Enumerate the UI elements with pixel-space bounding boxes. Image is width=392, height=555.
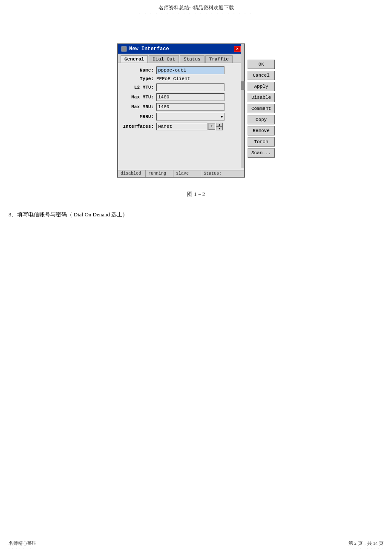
name-row: Name: [122, 66, 240, 74]
tab-dial-out[interactable]: Dial Out [149, 55, 179, 63]
interfaces-label: Interfaces: [122, 124, 156, 129]
interfaces-down-button[interactable]: ▼ [216, 127, 223, 130]
name-input[interactable] [156, 66, 225, 74]
max-mru-label: Max MRU: [122, 104, 156, 109]
footer-left-dots: · · · · · · · [9, 546, 37, 551]
footer-left-label: 名师精心整理 [9, 540, 37, 546]
max-mtu-input[interactable] [156, 93, 225, 101]
dialog-titlebar: New Interface × [118, 44, 244, 54]
type-value: PPPoE Client [156, 76, 190, 81]
tab-status[interactable]: Status [180, 55, 205, 63]
ok-button[interactable]: OK [248, 60, 275, 69]
footer-right-label: 第 2 页，共 14 页 [349, 540, 384, 546]
interfaces-input[interactable] [156, 123, 208, 130]
name-label: Name: [122, 68, 156, 73]
interfaces-up-button[interactable]: ▲ [216, 123, 223, 127]
status-running: running [146, 170, 173, 177]
dialog-area: New Interface × General Dial Out Status … [117, 43, 275, 178]
footer-right: 第 2 页，共 14 页 · · · · · · · · · [349, 540, 384, 551]
interfaces-input-wrapper: + ▲ ▼ [156, 123, 223, 130]
close-button[interactable]: × [234, 46, 241, 52]
l2mtu-input[interactable] [156, 83, 225, 91]
l2mtu-label: L2 MTU: [122, 85, 156, 90]
mrru-row: MRRU: ▼ [122, 113, 240, 121]
remove-button[interactable]: Remove [248, 126, 275, 135]
footer-right-dots: · · · · · · · · · [349, 546, 384, 551]
dialog-action-buttons: OK Cancel Apply Disable Comment Copy Rem… [248, 43, 275, 158]
tab-traffic[interactable]: Traffic [205, 55, 233, 63]
scrollbar[interactable] [241, 44, 244, 168]
empty-space [122, 132, 240, 167]
comment-button[interactable]: Comment [248, 104, 275, 113]
status-disabled: disabled [118, 170, 146, 177]
max-mtu-row: Max MTU: [122, 93, 240, 101]
copy-button[interactable]: Copy [248, 115, 275, 124]
interfaces-row: Interfaces: + ▲ ▼ [122, 123, 240, 130]
footer-left: 名师精心整理 · · · · · · · [9, 540, 37, 551]
disable-button[interactable]: Disable [248, 93, 275, 102]
mrru-select[interactable]: ▼ [156, 113, 225, 121]
dialog-window: New Interface × General Dial Out Status … [117, 43, 245, 178]
dropdown-arrow-icon: ▼ [221, 115, 223, 119]
page-content: New Interface × General Dial Out Status … [0, 18, 392, 219]
dialog-body: Name: Type: PPPoE Client L2 MTU: Max MTU… [118, 63, 244, 170]
max-mru-input[interactable] [156, 103, 225, 111]
step-text: 3、填写电信账号与密码（ Dial On Denand 选上） [9, 211, 128, 219]
max-mru-row: Max MRU: [122, 103, 240, 111]
header-title: 名师资料总结···精品资料欢迎下载 [0, 4, 392, 12]
status-label: Status: [201, 170, 244, 177]
status-slave: slave [173, 170, 201, 177]
interfaces-add-button[interactable]: + [208, 123, 215, 130]
figure-caption: 图 1－2 [187, 190, 205, 198]
dialog-title: New Interface [129, 46, 169, 52]
tab-general[interactable]: General [121, 55, 148, 63]
apply-button[interactable]: Apply [248, 82, 275, 91]
type-row: Type: PPPoE Client [122, 76, 240, 81]
scrollbar-thumb[interactable] [241, 81, 245, 90]
type-label: Type: [122, 76, 156, 81]
page-footer: 名师精心整理 · · · · · · · 第 2 页，共 14 页 · · · … [0, 540, 392, 551]
cancel-button[interactable]: Cancel [248, 71, 275, 80]
page-header: 名师资料总结···精品资料欢迎下载 · · · · · · · · · · · … [0, 0, 392, 18]
dialog-tabs: General Dial Out Status Traffic [118, 54, 244, 63]
l2mtu-row: L2 MTU: [122, 83, 240, 91]
status-bar: disabled running slave Status: [118, 170, 244, 177]
titlebar-left: New Interface [121, 46, 169, 52]
window-icon [121, 46, 127, 52]
scan-button[interactable]: Scan... [248, 148, 275, 158]
max-mtu-label: Max MTU: [122, 95, 156, 100]
header-dots: · · · · · · · · · · · · · · · · · · · · … [0, 12, 392, 16]
torch-button[interactable]: Torch [248, 137, 275, 147]
mrru-label: MRRU: [122, 114, 156, 119]
